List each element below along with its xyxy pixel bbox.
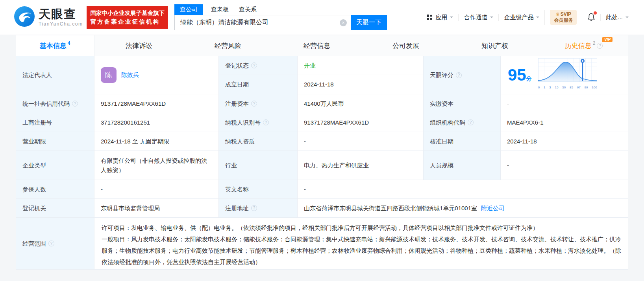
search-tab-company[interactable]: 查公司 — [174, 4, 203, 15]
help-icon[interactable]: ? — [456, 72, 462, 78]
help-icon[interactable]: ? — [263, 119, 269, 125]
field-label-staff-size: 人员规模 — [424, 151, 501, 180]
brand-name: 天眼查 — [39, 8, 83, 20]
legal-rep-link[interactable]: 陈效兵 — [121, 70, 139, 80]
field-label-legal-rep: 法定代表人 — [16, 56, 94, 94]
chevron-down-icon — [536, 17, 539, 20]
crown-icon: ♛ — [556, 12, 560, 17]
top-nav: 应用 合作通道 企业级产品 ♛SVIP 会员服务 — [421, 10, 634, 25]
nav-vip-service: ♛SVIP 会员服务 — [544, 10, 582, 25]
logo-eye-icon — [14, 6, 35, 28]
tab-legal-lawsuits-label: 法律诉讼 — [126, 41, 152, 50]
legal-rep-cell: 陈 陈效兵 — [94, 56, 219, 94]
business-scope-value: 许可项目：发电业务、输电业务、供（配）电业务。（依法须经批准的项目，经相关部门批… — [94, 218, 628, 269]
tab-business-info[interactable]: 经营信息 — [272, 35, 361, 56]
taxpayer-id-value: 91371728MAE4PXX61D — [298, 113, 424, 132]
search-button[interactable]: 天眼一下 — [351, 15, 387, 30]
help-icon[interactable]: ? — [251, 62, 257, 68]
nav-enterprise-label: 企业级产品 — [504, 14, 533, 21]
page: 天眼查 TianYanCha.com 国家中小企业发展子基金旗下 官方备案企业征… — [0, 0, 644, 281]
industry-value: 电力、热力生产和供应业 — [298, 151, 424, 180]
help-icon[interactable]: ? — [72, 101, 78, 107]
org-code-value: MAE4PXX6-1 — [501, 113, 628, 132]
nav-apps-label: 应用 — [435, 14, 447, 21]
chevron-down-icon — [490, 17, 493, 20]
cert-line-1: 国家中小企业发展子基金旗下 — [90, 9, 165, 17]
field-label-insured-count: 参保人数 — [16, 180, 94, 198]
tianyancha-logo[interactable]: 天眼查 TianYanCha.com — [14, 6, 83, 28]
field-label-reg-address: 注册地址 ? — [219, 199, 298, 217]
tab-basic-info-label: 基本信息 — [40, 41, 67, 50]
brand-domain: TianYanCha.com — [39, 21, 83, 27]
help-icon[interactable]: ? — [48, 241, 54, 246]
nav-notifications[interactable] — [582, 13, 600, 22]
tab-history-info-label: 历史信息 — [565, 41, 592, 50]
field-label-approval-date: 核准日期 — [424, 132, 501, 151]
field-label-english-name: 英文名称 — [219, 180, 298, 198]
field-label-reg-status: 登记状态 ? — [219, 56, 298, 75]
score-value: 95 — [508, 66, 526, 84]
field-label-company-type: 企业类型 — [16, 151, 94, 180]
clear-search-icon[interactable]: × — [340, 19, 347, 26]
field-label-credit-code: 统一社会信用代码 ? — [16, 94, 94, 113]
search-tab-boss[interactable]: 查老板 — [211, 6, 229, 15]
tab-operation-risk[interactable]: 经营风险 — [183, 35, 272, 56]
field-label-business-scope: 经营范围 ? — [16, 218, 94, 269]
svip-member-button[interactable]: ♛SVIP 会员服务 — [550, 10, 577, 25]
nav-apps[interactable]: 应用 — [421, 14, 458, 21]
nav-partner-channel[interactable]: 合作通道 — [458, 14, 498, 21]
paid-capital-value: - — [501, 94, 628, 113]
field-label-org-code: 组织机构代码 ? — [424, 113, 501, 132]
reg-capital-value: 41400万人民币 — [298, 94, 424, 113]
search-input[interactable] — [180, 19, 340, 26]
search-tab-relation[interactable]: 查关系 — [239, 6, 257, 15]
tab-basic-info[interactable]: 基本信息 4 — [16, 35, 94, 56]
search-tabs: 查公司 查老板 查关系 — [174, 4, 387, 15]
search-area: 查公司 查老板 查关系 × 天眼一下 — [174, 4, 387, 30]
search-box: × — [174, 15, 351, 30]
help-icon[interactable]: ? — [468, 119, 474, 125]
field-label-business-term: 营业期限 — [16, 132, 94, 151]
establish-date-value: 2024-11-18 — [298, 75, 424, 94]
help-icon[interactable]: ? — [597, 43, 603, 49]
field-label-score: 天眼评分 ? — [424, 56, 501, 94]
tab-history-count: 2 — [593, 40, 596, 46]
tianyan-score-cell: 95分 — [501, 56, 628, 94]
approval-date-value: 2024-11-18 — [501, 132, 628, 151]
chevron-down-icon — [450, 17, 453, 20]
field-label-reg-authority: 登记机关 — [16, 199, 94, 217]
tab-business-info-label: 经营信息 — [303, 41, 330, 50]
nearby-companies-link[interactable]: 附近公司 — [481, 204, 505, 213]
tab-intellectual-property-label: 知识产权 — [481, 41, 508, 50]
company-type-value: 有限责任公司（非自然人投资或控股的法人独资） — [94, 151, 219, 180]
tab-history-info[interactable]: VIP 历史信息 2 ? — [539, 35, 628, 56]
insured-count-value: - — [94, 180, 219, 198]
field-label-taxpayer-quality: 纳税人资质 — [219, 132, 298, 151]
tab-operation-risk-label: 经营风险 — [215, 41, 241, 50]
nav-enterprise-products[interactable]: 企业级产品 — [498, 14, 544, 21]
english-name-value: - — [298, 180, 628, 198]
field-label-establish-date: 成立日期 — [219, 75, 298, 94]
help-icon[interactable]: ? — [251, 101, 257, 107]
chevron-down-icon — [625, 17, 629, 20]
svip-service-label: 会员服务 — [554, 17, 573, 23]
avatar[interactable]: 陈 — [101, 67, 117, 83]
reg-status-value: 开业 — [298, 56, 424, 75]
nav-user-menu[interactable]: 此处... — [600, 14, 634, 21]
tab-company-development[interactable]: 公司发展 — [361, 35, 450, 56]
staff-size-value: - — [501, 151, 628, 180]
score-chart-axis: 0131550859799100 — [538, 83, 597, 92]
user-name: 此处... — [606, 14, 623, 21]
certification-badge: 国家中小企业发展子基金旗下 官方备案企业征信机构 — [87, 6, 168, 29]
tab-legal-lawsuits[interactable]: 法律诉讼 — [94, 35, 183, 56]
cert-line-2: 官方备案企业征信机构 — [90, 17, 165, 26]
score-unit: 分 — [526, 75, 532, 82]
tab-intellectual-property[interactable]: 知识产权 — [450, 35, 539, 56]
notification-dot — [594, 11, 597, 15]
svip-label: SVIP — [561, 11, 571, 17]
business-term-value: 2024-11-18 至 无固定期限 — [94, 132, 219, 151]
section-tabbar: 基本信息 4 法律诉讼 经营风险 经营信息 公司发展 知识产权 VIP 历史信息… — [16, 35, 628, 56]
help-icon[interactable]: ? — [251, 205, 257, 211]
apps-grid-icon — [426, 14, 433, 20]
tab-company-development-label: 公司发展 — [392, 41, 419, 50]
